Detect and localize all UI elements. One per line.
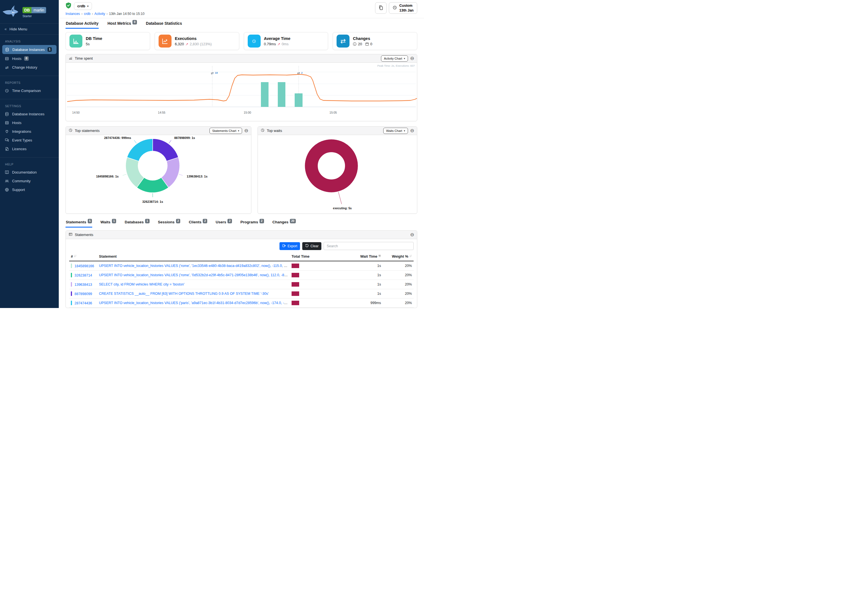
sidebar-item-change-history[interactable]: ⇄Change History bbox=[0, 63, 59, 72]
metric-card-title: Changes bbox=[353, 36, 372, 41]
donut-slice-287474436 bbox=[127, 139, 153, 161]
licence-icon bbox=[4, 147, 9, 151]
weight-value: 20% bbox=[382, 261, 414, 270]
metric-card-executions[interactable]: Executions6,320↗2,830 (123%) bbox=[155, 32, 239, 50]
copy-icon bbox=[378, 5, 384, 11]
events-icon bbox=[4, 138, 9, 142]
tab-statements[interactable]: Statements5 bbox=[65, 220, 92, 227]
statement-link[interactable]: UPSERT INTO vehicle_location_histories V… bbox=[99, 264, 290, 268]
tab-users[interactable]: Users2 bbox=[215, 220, 232, 227]
sidebar-nav: ANALYSISDatabase Instances1Hosts0⇄Change… bbox=[0, 35, 59, 194]
top-waits-donut[interactable]: executing: 5s bbox=[258, 135, 417, 214]
time-spent-chart[interactable]: ⇄18⇄214:5014:5515:0015:05Peak Time: 2s, … bbox=[66, 63, 417, 121]
sidebar-item-hosts[interactable]: Hosts0 bbox=[0, 54, 59, 63]
statement-link[interactable]: UPSERT INTO vehicle_location_histories V… bbox=[99, 301, 290, 305]
breadcrumb-instances[interactable]: Instances bbox=[65, 12, 80, 16]
sidebar-item-hosts[interactable]: Hosts bbox=[0, 119, 59, 127]
tab-label: Changes bbox=[273, 220, 289, 224]
tab-database-statistics[interactable]: Database Statistics bbox=[146, 21, 182, 29]
tab-programs[interactable]: Programs2 bbox=[240, 220, 264, 227]
collapse-table-panel-button[interactable]: ⊖ bbox=[410, 232, 414, 237]
column-header-weight-[interactable]: Weight % bbox=[382, 252, 414, 261]
collapse-statements-panel-button[interactable]: ⊖ bbox=[244, 128, 248, 133]
app-logo[interactable]: DBmarlin Starter bbox=[0, 0, 59, 21]
tab-label: Clients bbox=[189, 220, 201, 224]
tab-clients[interactable]: Clients2 bbox=[188, 220, 208, 227]
wait-time-value: 999ms bbox=[324, 298, 382, 308]
metric-card-changes[interactable]: ⇄Changes200 bbox=[333, 32, 417, 50]
sidebar-item-community[interactable]: Community bbox=[0, 177, 59, 186]
sidebar-item-documentation[interactable]: Documentation bbox=[0, 168, 59, 177]
activity-chart-select[interactable]: Activity Chart▾ bbox=[381, 55, 408, 62]
sidebar-item-label: Database Instances bbox=[12, 112, 44, 116]
minus-circle-icon: ⊖ bbox=[410, 232, 414, 237]
statement-id-link[interactable]: 1845898166 bbox=[74, 264, 94, 268]
breadcrumb-separator: › bbox=[90, 12, 95, 16]
statement-id-link[interactable]: 139638413 bbox=[74, 283, 92, 286]
sidebar-item-label: Change History bbox=[12, 65, 37, 70]
statement-link[interactable]: UPSERT INTO vehicle_location_histories V… bbox=[99, 273, 288, 277]
sidebar-item-database-instances[interactable]: Database Instances bbox=[0, 110, 59, 119]
export-button[interactable]: Export bbox=[279, 242, 300, 250]
breadcrumb-activity[interactable]: Activity bbox=[95, 12, 105, 16]
table-row: 326238714UPSERT INTO vehicle_location_hi… bbox=[69, 270, 414, 280]
content: Time spent Activity Chart▾ ⊖ ⇄18⇄214:501… bbox=[59, 54, 424, 308]
time-range-button[interactable]: Custom 13th Jan bbox=[389, 2, 417, 14]
donut-label-executing: executing: 5s bbox=[333, 207, 352, 210]
sidebar-item-licences[interactable]: Licences bbox=[0, 145, 59, 153]
sidebar-item-label: Community bbox=[12, 179, 31, 183]
column-header-wait-time[interactable]: Wait Time bbox=[324, 252, 382, 261]
donut-label-287474436: 287474436: 999ms bbox=[104, 136, 131, 140]
x-axis-tick: 15:05 bbox=[329, 111, 337, 114]
statement-id-link[interactable]: 326238714 bbox=[74, 273, 92, 278]
clear-button[interactable]: Clear bbox=[302, 242, 322, 250]
statements-chart-select[interactable]: Statements Chart▾ bbox=[209, 128, 242, 134]
statement-color-chip bbox=[71, 301, 72, 305]
hide-menu-button[interactable]: « Hide Menu bbox=[0, 23, 59, 35]
metric-card-db-time[interactable]: DB Time5s bbox=[65, 32, 150, 50]
brand-marlin: marlin bbox=[31, 7, 46, 13]
sidebar-item-time-comparison[interactable]: Time Comparison bbox=[0, 86, 59, 95]
count-badge: 0 bbox=[132, 20, 137, 24]
table-header-row: #StatementTotal TimeWait TimeWeight % bbox=[69, 252, 414, 261]
main-tabs: Database ActivityHost Metrics0Database S… bbox=[59, 18, 424, 29]
tab-host-metrics[interactable]: Host Metrics0 bbox=[107, 21, 137, 29]
sort-icon bbox=[74, 254, 77, 258]
collapse-waits-panel-button[interactable]: ⊖ bbox=[410, 128, 414, 133]
donut-slice-executing bbox=[311, 146, 351, 186]
weight-value: 20% bbox=[382, 298, 414, 308]
nav-section-title: REPORTS bbox=[0, 77, 59, 86]
top-statements-title: Top statements bbox=[75, 129, 99, 133]
count-badge: 5 bbox=[88, 219, 92, 223]
statement-id-link[interactable]: 287474436 bbox=[74, 301, 92, 305]
sidebar-item-database-instances[interactable]: Database Instances1 bbox=[2, 45, 56, 54]
column-header--[interactable]: # bbox=[69, 252, 97, 261]
search-input[interactable] bbox=[324, 242, 414, 250]
tab-sessions[interactable]: Sessions2 bbox=[158, 220, 181, 227]
copy-link-button[interactable] bbox=[375, 2, 387, 14]
nav-section-help: HELPDocumentationCommunitySupport bbox=[0, 157, 59, 194]
waits-chart-select[interactable]: Waits Chart▾ bbox=[383, 128, 408, 134]
total-time-bar bbox=[292, 264, 299, 268]
sidebar-item-support[interactable]: Support bbox=[0, 186, 59, 194]
sidebar-item-event-types[interactable]: Event Types bbox=[0, 136, 59, 145]
wait-time-value: 1s bbox=[324, 289, 382, 298]
statement-link[interactable]: SELECT city, id FROM vehicles WHERE city… bbox=[99, 282, 184, 286]
statement-id-link[interactable]: 887898099 bbox=[74, 292, 92, 296]
instance-selector-button[interactable]: crdb ▾ bbox=[74, 2, 92, 10]
tab-database-activity[interactable]: Database Activity bbox=[65, 21, 99, 29]
tab-label: Database Activity bbox=[66, 21, 98, 25]
tab-changes[interactable]: Changes20 bbox=[272, 220, 296, 227]
count-badge: 2 bbox=[259, 219, 264, 223]
statement-link[interactable]: CREATE STATISTICS __auto__ FROM [63] WIT… bbox=[99, 292, 269, 295]
sidebar-item-integrations[interactable]: Integrations bbox=[0, 127, 59, 136]
sort-icon bbox=[378, 254, 381, 258]
collapse-time-panel-button[interactable]: ⊖ bbox=[410, 56, 414, 61]
wait-time-value: 1s bbox=[324, 280, 382, 289]
tab-waits[interactable]: Waits1 bbox=[100, 220, 116, 227]
tab-databases[interactable]: Databases1 bbox=[124, 220, 150, 227]
breadcrumb-crdb[interactable]: crdb bbox=[84, 12, 90, 16]
top-statements-donut[interactable]: 887898099: 1s139638413: 1s326238714: 1s1… bbox=[66, 135, 251, 214]
donut-label-887898099: 887898099: 1s bbox=[174, 136, 195, 140]
metric-card-average-time[interactable]: Average Time0.79ms↗0ms bbox=[244, 32, 328, 50]
